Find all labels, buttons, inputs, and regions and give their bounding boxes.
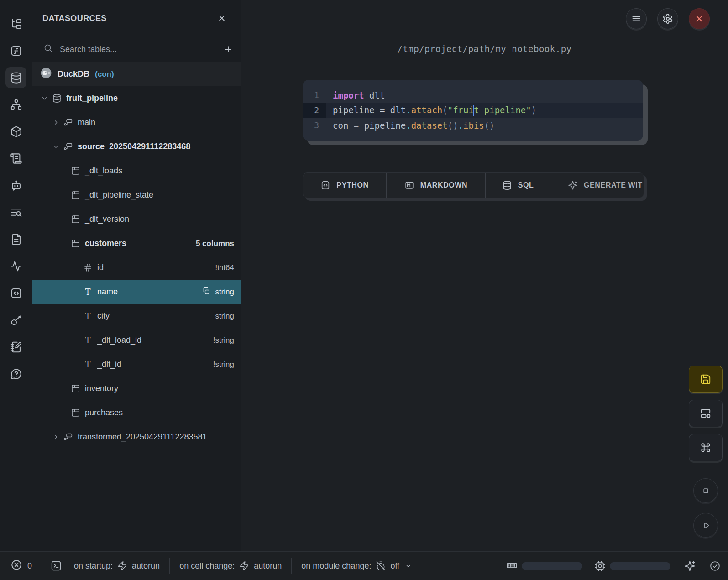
- rail-item-help[interactable]: [5, 363, 26, 384]
- app-window: DATASOURCES DuckDB (con) fruit_pipelinem…: [0, 0, 728, 551]
- on-startup-setting[interactable]: on startup:autorun: [74, 561, 160, 571]
- tree-row-purchases[interactable]: purchases: [32, 401, 241, 425]
- timer-off-icon: [376, 561, 386, 571]
- search-icon: [43, 43, 53, 55]
- tree-right-label: !string: [213, 336, 234, 345]
- tree-row-fruit_pipeline[interactable]: fruit_pipeline: [32, 86, 241, 110]
- rail-item-ai-chat[interactable]: [5, 175, 26, 196]
- tree-row-_dlt_load_id[interactable]: T_dlt_load_id!string: [32, 328, 241, 352]
- chevron-down-icon[interactable]: [40, 94, 49, 103]
- layout-icon: [700, 408, 712, 419]
- rail-item-file-explorer[interactable]: [5, 13, 26, 34]
- add-datasource-button[interactable]: [215, 37, 241, 62]
- tree-row-_dlt_pipeline_state[interactable]: _dlt_pipeline_state: [32, 183, 241, 207]
- tree-label: inventory: [85, 384, 118, 393]
- layout-toggle-button[interactable]: [689, 400, 723, 427]
- stop-square-icon: [701, 486, 711, 496]
- rail-item-scratchpad[interactable]: [5, 336, 26, 357]
- line-number: 1: [303, 88, 326, 103]
- close-app-button[interactable]: [689, 8, 710, 29]
- tree-row-inventory[interactable]: inventory: [32, 376, 241, 401]
- window-actions: [626, 8, 710, 29]
- setting-label: on cell change:: [179, 561, 235, 571]
- string-type-icon: T: [83, 287, 93, 297]
- ai-assistant-button[interactable]: [684, 560, 696, 572]
- schema-icon: [63, 118, 73, 127]
- tree-label: transformed_202504291112283581: [78, 432, 207, 442]
- tree-label: source_202504291112283468: [78, 142, 190, 152]
- tree-row-_dlt_loads[interactable]: _dlt_loads: [32, 159, 241, 183]
- stop-kernel-button[interactable]: [693, 478, 718, 503]
- datasources-panel: DATASOURCES DuckDB (con) fruit_pipelinem…: [32, 0, 241, 551]
- rail-item-dependency-graph[interactable]: [5, 94, 26, 115]
- rail-item-datasources[interactable]: [5, 67, 26, 88]
- statusbar-divider: [169, 558, 170, 574]
- setting-value: autorun: [132, 561, 160, 571]
- tree-row-id[interactable]: id!int64: [32, 256, 241, 280]
- copy-icon[interactable]: [202, 287, 210, 298]
- markdown-box-icon: [404, 180, 414, 190]
- setting-label: on startup:: [74, 561, 113, 571]
- add-sql-cell-button[interactable]: SQL: [486, 173, 550, 198]
- save-button[interactable]: [689, 366, 723, 393]
- on-module-change-setting[interactable]: on module change:off: [301, 561, 413, 571]
- add-markdown-cell-button[interactable]: MARKDOWN: [387, 173, 486, 198]
- tree-row-transformed_202504291112283581[interactable]: transformed_202504291112283581: [32, 425, 241, 449]
- rail-item-secrets[interactable]: [5, 309, 26, 330]
- rail-item-snippets[interactable]: [5, 282, 26, 303]
- datasource-tree: fruit_pipelinemainsource_202504291112283…: [32, 86, 241, 551]
- menu-button[interactable]: [626, 8, 647, 29]
- error-count: 0: [27, 561, 32, 571]
- close-panel-icon[interactable]: [217, 13, 227, 23]
- tree-row-source_202504291112283468[interactable]: source_202504291112283468: [32, 135, 241, 159]
- chevron-right-icon[interactable]: [52, 118, 61, 127]
- rail-item-logs[interactable]: [5, 148, 26, 169]
- string-type-icon: T: [83, 360, 93, 369]
- setting-value: off: [390, 561, 399, 571]
- table-icon: [71, 408, 80, 418]
- command-palette-button[interactable]: [689, 434, 723, 461]
- run-all-button[interactable]: [693, 513, 718, 538]
- rail-item-runtime[interactable]: [5, 256, 26, 277]
- notebook-filepath: /tmp/project/path/my_notebook.py: [241, 44, 728, 54]
- search-input[interactable]: [60, 45, 215, 54]
- tree-row-city[interactable]: Tcitystring: [32, 304, 241, 328]
- chevron-down-icon[interactable]: [52, 142, 61, 151]
- generate-with-ai-button[interactable]: GENERATE WIT: [550, 173, 644, 198]
- panel-header: DATASOURCES: [32, 0, 241, 37]
- hash-icon: [83, 263, 93, 272]
- settings-button[interactable]: [657, 8, 678, 29]
- rail-item-packages[interactable]: [5, 121, 26, 142]
- connection-row[interactable]: DuckDB (con): [32, 62, 241, 86]
- add-cell-buttons: PYTHONMARKDOWNSQLGENERATE WIT: [303, 172, 644, 198]
- code-line-3: 3con = pipeline.dataset().ibis(): [303, 118, 643, 133]
- tree-label: _dlt_load_id: [97, 335, 141, 345]
- resource-meters: [494, 560, 721, 572]
- kernel-connected-button[interactable]: [709, 560, 721, 572]
- terminal-button[interactable]: [50, 560, 62, 572]
- rail-item-documentation[interactable]: [5, 229, 26, 250]
- on-cell-change-setting[interactable]: on cell change:autorun: [179, 561, 282, 571]
- tree-label: main: [78, 118, 95, 127]
- tree-row-main[interactable]: main: [32, 110, 241, 135]
- schema-icon: [63, 432, 73, 442]
- cpu-icon: [594, 560, 606, 572]
- tree-row-customers[interactable]: customers5 columns: [32, 231, 241, 256]
- table-icon: [71, 214, 80, 224]
- table-icon: [71, 384, 80, 393]
- code-cell[interactable]: 1import dlt2pipeline = dlt.attach("fruit…: [303, 80, 643, 141]
- memory-usage-meter: [506, 560, 582, 572]
- chevron-right-icon[interactable]: [52, 433, 61, 441]
- save-icon: [700, 373, 712, 385]
- error-indicator[interactable]: 0: [10, 559, 32, 573]
- rail-item-tracebacks[interactable]: [5, 202, 26, 223]
- tree-row-_dlt_version[interactable]: _dlt_version: [32, 207, 241, 231]
- tree-row-name[interactable]: Tnamestring: [32, 280, 241, 304]
- connection-variable: (con): [95, 70, 114, 79]
- add-python-cell-button[interactable]: PYTHON: [303, 173, 387, 198]
- circle-x-icon: [10, 559, 22, 573]
- rail-item-functions[interactable]: [5, 40, 26, 61]
- tree-row-_dlt_id[interactable]: T_dlt_id!string: [32, 352, 241, 376]
- setting-label: on module change:: [301, 561, 371, 571]
- string-type-icon: T: [83, 335, 93, 345]
